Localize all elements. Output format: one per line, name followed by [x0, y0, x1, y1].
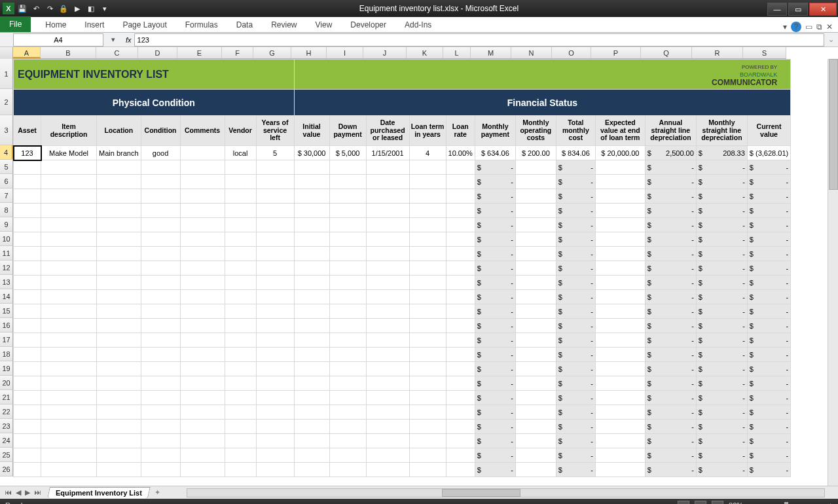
cell-A20[interactable]: [14, 376, 41, 391]
cell-J14[interactable]: [366, 290, 409, 304]
cell-G5[interactable]: [256, 160, 294, 175]
cell-S4[interactable]: $ (3,628.01): [747, 146, 790, 160]
cell-I21[interactable]: [329, 391, 366, 405]
cell-R18[interactable]: $-: [696, 348, 747, 362]
cell-B7[interactable]: [41, 189, 97, 204]
cell-L26[interactable]: [446, 463, 475, 477]
cell-K21[interactable]: [409, 391, 446, 405]
cell-E5[interactable]: [180, 160, 225, 175]
cell-S21[interactable]: $-: [747, 391, 790, 405]
cell-N17[interactable]: [515, 333, 556, 348]
cell-I14[interactable]: [329, 290, 366, 304]
cell-G7[interactable]: [256, 189, 294, 204]
col-header-Q[interactable]: Q: [641, 47, 692, 58]
cell-S18[interactable]: $-: [747, 348, 790, 362]
cell-I7[interactable]: [329, 189, 366, 204]
cell-A5[interactable]: [14, 160, 41, 175]
cell-N9[interactable]: [515, 218, 556, 232]
tab-prev-icon[interactable]: ◀: [14, 488, 23, 497]
ribbon-minimize-icon[interactable]: ▭: [805, 22, 812, 31]
cell-A22[interactable]: [14, 405, 41, 420]
cell-Q22[interactable]: $-: [645, 405, 696, 420]
cell-C12[interactable]: [97, 261, 141, 276]
cell-R10[interactable]: $-: [696, 232, 747, 247]
cell-A10[interactable]: [14, 232, 41, 247]
cell-Q10[interactable]: $-: [645, 232, 696, 247]
cell-C23[interactable]: [97, 420, 141, 434]
cell-D5[interactable]: [141, 160, 180, 175]
cell-C24[interactable]: [97, 434, 141, 448]
cell-Q8[interactable]: $-: [645, 204, 696, 218]
col-header-S[interactable]: S: [743, 47, 786, 58]
cell-S8[interactable]: $-: [747, 204, 790, 218]
cell-D12[interactable]: [141, 261, 180, 276]
cell-Q5[interactable]: $-: [645, 160, 696, 175]
header-2[interactable]: Location: [97, 116, 141, 146]
cell-I19[interactable]: [329, 362, 366, 376]
cell-I16[interactable]: [329, 319, 366, 333]
cell-D21[interactable]: [141, 391, 180, 405]
cell-P14[interactable]: [595, 290, 645, 304]
cell-I20[interactable]: [329, 376, 366, 391]
row-header-7[interactable]: 7: [0, 189, 13, 203]
cell-D4[interactable]: good: [141, 146, 180, 160]
cell-S22[interactable]: $-: [747, 405, 790, 420]
cell-N4[interactable]: $ 200.00: [515, 146, 556, 160]
cell-C7[interactable]: [97, 189, 141, 204]
cell-E9[interactable]: [180, 218, 225, 232]
cell-C17[interactable]: [97, 333, 141, 348]
cell-Q18[interactable]: $-: [645, 348, 696, 362]
cell-I4[interactable]: $ 5,000: [329, 146, 366, 160]
cell-I15[interactable]: [329, 304, 366, 319]
cell-B5[interactable]: [41, 160, 97, 175]
cell-L9[interactable]: [446, 218, 475, 232]
cell-N5[interactable]: [515, 160, 556, 175]
cell-A17[interactable]: [14, 333, 41, 348]
cell-H6[interactable]: [294, 175, 329, 189]
cell-S14[interactable]: $-: [747, 290, 790, 304]
cell-F16[interactable]: [225, 319, 256, 333]
page-break-view-icon[interactable]: [712, 501, 723, 504]
header-17[interactable]: Monthly straight line depreciation: [696, 116, 747, 146]
cell-B19[interactable]: [41, 362, 97, 376]
cell-I9[interactable]: [329, 218, 366, 232]
cell-P25[interactable]: [595, 448, 645, 463]
cell-K15[interactable]: [409, 304, 446, 319]
cell-R17[interactable]: $-: [696, 333, 747, 348]
cell-S12[interactable]: $-: [747, 261, 790, 276]
row-header-24[interactable]: 24: [0, 433, 13, 448]
col-header-K[interactable]: K: [407, 47, 443, 58]
cell-M8[interactable]: $-: [475, 204, 515, 218]
cell-E16[interactable]: [180, 319, 225, 333]
cell-F7[interactable]: [225, 189, 256, 204]
cell-G12[interactable]: [256, 261, 294, 276]
cell-K18[interactable]: [409, 348, 446, 362]
tab-first-icon[interactable]: ⏮: [3, 488, 14, 497]
cell-N26[interactable]: [515, 463, 556, 477]
cell-B26[interactable]: [41, 463, 97, 477]
cell-A18[interactable]: [14, 348, 41, 362]
row-header-6[interactable]: 6: [0, 174, 13, 189]
cell-H22[interactable]: [294, 405, 329, 420]
cell-M16[interactable]: $-: [475, 319, 515, 333]
cell-M9[interactable]: $-: [475, 218, 515, 232]
cell-O9[interactable]: $-: [556, 218, 595, 232]
cell-D23[interactable]: [141, 420, 180, 434]
tab-developer[interactable]: Developer: [341, 18, 395, 32]
header-6[interactable]: Years of service left: [256, 116, 294, 146]
cell-H9[interactable]: [294, 218, 329, 232]
cell-E6[interactable]: [180, 175, 225, 189]
cell-N12[interactable]: [515, 261, 556, 276]
cell-N14[interactable]: [515, 290, 556, 304]
cell-E11[interactable]: [180, 247, 225, 261]
cell-L10[interactable]: [446, 232, 475, 247]
cell-O18[interactable]: $-: [556, 348, 595, 362]
cell-K10[interactable]: [409, 232, 446, 247]
cell-F21[interactable]: [225, 391, 256, 405]
cell-B15[interactable]: [41, 304, 97, 319]
cell-M12[interactable]: $-: [475, 261, 515, 276]
cell-S9[interactable]: $-: [747, 218, 790, 232]
cell-E20[interactable]: [180, 376, 225, 391]
cell-A9[interactable]: [14, 218, 41, 232]
cell-R15[interactable]: $-: [696, 304, 747, 319]
